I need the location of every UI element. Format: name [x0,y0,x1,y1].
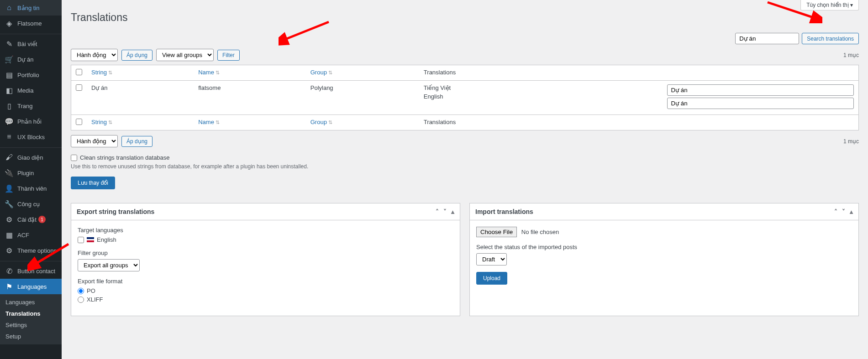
submenu-languages[interactable]: Languages [0,297,62,308]
chevron-down-icon[interactable]: ˅ [842,208,845,215]
menu-acf[interactable]: ▦ACF [0,227,62,243]
target-languages-label: Target languages [78,227,453,234]
col-translations: Translations [419,65,663,81]
chevron-down-icon[interactable]: ˅ [443,208,447,215]
sort-icon: ⇅ [216,70,220,75]
lang-label: Tiếng Việt [424,84,483,91]
sort-icon: ⇅ [328,120,332,125]
comments-icon: 💬 [5,117,14,126]
menu-button-contact[interactable]: ✆Button contact [0,263,62,279]
search-input[interactable] [735,33,799,44]
lang-icon: ⚑ [5,282,14,291]
items-count-bottom: 1 mục [843,138,859,145]
clean-db-label[interactable]: Clean strings translation database [71,154,859,161]
bulk-action-select-top[interactable]: Hành động [71,49,118,61]
sort-icon: ⇅ [216,120,220,125]
menu-cai-dat[interactable]: ⚙Cài đặt1 [0,212,62,227]
col-group: Group⇅ [306,65,419,81]
pages-icon: ▯ [5,101,14,110]
menu-portfolio[interactable]: ▤Portfolio [0,67,62,83]
clean-db-desc: Use this to remove unused strings from d… [71,163,859,170]
menu-cong-cu[interactable]: 🔧Công cụ [0,196,62,212]
menu-bang-tin[interactable]: ⌂Bảng tin [0,0,62,16]
clean-db-checkbox[interactable] [71,155,77,161]
toggle-icon[interactable]: ▴ [850,208,853,215]
submenu-settings[interactable]: Settings [0,319,62,331]
import-title: Import translations [475,208,533,215]
menu-languages[interactable]: ⚑Languages [0,279,62,294]
row-string: Dự án [87,81,194,115]
filter-button[interactable]: Filter [217,50,240,61]
chevron-up-icon[interactable]: ˄ [834,208,837,215]
acf-icon: ▦ [5,230,14,239]
select-all-bottom[interactable] [76,119,82,125]
plugins-icon: 🔌 [5,168,14,177]
select-all-top[interactable] [76,69,82,75]
phone-icon: ✆ [5,266,14,276]
translation-input-vi[interactable] [667,84,854,96]
menu-phan-hoi[interactable]: 💬Phản hồi [0,114,62,129]
no-file-label: No file chosen [521,229,559,235]
theme-icon: ⚙ [5,246,14,255]
row-group: Polylang [306,81,419,115]
export-format-label: Export file format [78,278,453,285]
items-count-top: 1 mục [843,52,859,58]
menu-media[interactable]: ◧Media [0,83,62,98]
translation-input-en[interactable] [667,98,854,109]
import-status-label: Select the status of the imported posts [476,244,852,250]
export-postbox: Export string translations ˄ ˅ ▴ Target … [71,203,460,316]
portfolio-icon: ▤ [5,70,14,79]
upload-button[interactable]: Upload [476,272,507,285]
bulk-apply-bottom[interactable]: Áp dụng [121,136,153,147]
main-content: Tùy chọn hiển thị ▾ Translations Search … [62,0,868,359]
submenu-translations[interactable]: Translations [0,308,62,319]
import-status-select[interactable]: Draft [476,253,507,265]
export-group-select[interactable]: Export all groups [78,259,140,271]
menu-flatsome[interactable]: ◈Flatsome [0,16,62,31]
ux-icon: ≡ [5,132,14,141]
page-title: Translations [71,9,859,24]
languages-submenu: Languages Translations Settings Setup [0,294,62,344]
menu-bai-viet[interactable]: ✎Bài viết [0,36,62,52]
bulk-action-select-bottom[interactable]: Hành động [71,135,118,147]
pin-icon: ✎ [5,39,14,48]
menu-trang[interactable]: ▯Trang [0,98,62,114]
menu-thanh-vien[interactable]: 👤Thành viên [0,181,62,196]
menu-ux-blocks[interactable]: ≡UX Blocks [0,129,62,145]
admin-sidebar: ⌂Bảng tin ◈Flatsome ✎Bài viết 🛒Dự án ▤Po… [0,0,62,359]
bulk-apply-top[interactable]: Áp dụng [121,50,153,61]
screen-options-button[interactable]: Tùy chọn hiển thị ▾ [800,0,859,10]
lang-label: English [424,93,483,100]
format-po-radio[interactable] [78,288,84,294]
toggle-icon[interactable]: ▴ [451,208,454,215]
row-name: flatsome [194,81,306,115]
save-button[interactable]: Lưu thay đổi [71,177,115,189]
chevron-up-icon[interactable]: ˄ [436,208,439,215]
row-checkbox[interactable] [76,84,82,91]
appearance-icon: 🖌 [5,153,14,162]
col-string: String⇅ [87,65,194,81]
format-xliff-radio[interactable] [78,297,84,303]
menu-du-an[interactable]: 🛒Dự án [0,52,62,67]
table-row: Dự án flatsome Polylang Tiếng Việt Engli… [71,81,859,115]
dashboard-icon: ⌂ [5,3,14,12]
menu-theme-options[interactable]: ⚙Theme options [0,243,62,258]
media-icon: ◧ [5,86,14,95]
import-postbox: Import translations ˄ ˅ ▴ Choose File No… [469,203,859,316]
group-filter-select[interactable]: View all groups [156,49,214,61]
choose-file-button[interactable]: Choose File [476,227,517,237]
settings-badge: 1 [38,216,46,223]
col-name: Name⇅ [194,65,306,81]
export-title: Export string translations [77,208,154,215]
target-lang-en-checkbox[interactable] [78,237,84,243]
search-button[interactable]: Search translations [802,33,859,44]
flatsome-icon: ◈ [5,19,14,28]
submenu-setup[interactable]: Setup [0,331,62,342]
translations-table: String⇅ Name⇅ Group⇅ Translations Dự án … [71,65,859,130]
sort-icon: ⇅ [108,120,112,125]
tools-icon: 🔧 [5,199,14,208]
menu-giao-dien[interactable]: 🖌Giao diện [0,150,62,165]
settings-icon: ⚙ [5,215,14,224]
filter-group-label: Filter group [78,250,453,256]
menu-plugin[interactable]: 🔌Plugin [0,165,62,181]
